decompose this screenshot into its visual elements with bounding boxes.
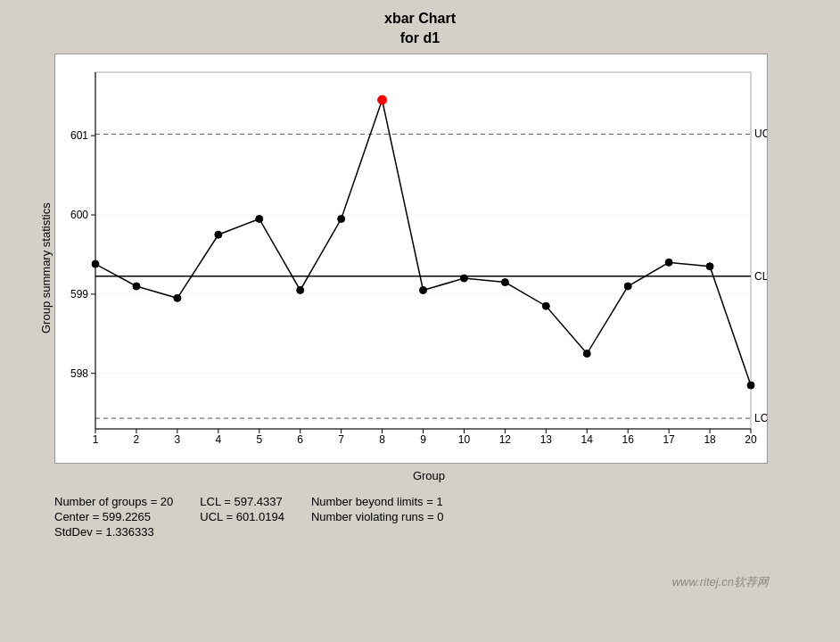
svg-text:9: 9 [420, 433, 426, 446]
stat-stddev: StdDev = 1.336333 [54, 525, 173, 539]
svg-text:16: 16 [622, 433, 635, 446]
svg-text:10: 10 [458, 433, 471, 446]
svg-text:2: 2 [134, 433, 140, 446]
main-chart-svg: UCLLCLCL59859960060112345678910121314161… [54, 54, 768, 464]
chart-container: xbar Chart for d1 Group summary statisti… [0, 0, 840, 642]
svg-text:598: 598 [70, 367, 88, 380]
svg-point-63 [460, 275, 467, 282]
stat-lcl: LCL = 597.4337 [200, 495, 284, 508]
svg-text:18: 18 [704, 433, 716, 446]
svg-point-70 [747, 382, 754, 389]
svg-text:601: 601 [70, 129, 88, 142]
stats-col-1: Number of groups = 20 Center = 599.2265 … [54, 495, 173, 539]
svg-point-62 [420, 286, 427, 293]
svg-text:14: 14 [581, 433, 594, 446]
y-axis-label: Group summary statistics [37, 54, 54, 482]
svg-point-58 [256, 215, 263, 222]
stat-beyond: Number beyond limits = 1 [311, 495, 444, 508]
svg-point-61 [378, 95, 387, 104]
stat-center: Center = 599.2265 [54, 510, 173, 523]
svg-text:8: 8 [379, 433, 385, 446]
svg-point-67 [624, 283, 631, 290]
svg-point-57 [215, 231, 222, 238]
svg-text:LCL: LCL [754, 412, 768, 424]
svg-point-65 [542, 302, 549, 309]
svg-text:13: 13 [540, 433, 553, 446]
svg-text:6: 6 [297, 433, 303, 446]
svg-point-66 [583, 350, 590, 357]
chart-area: Group summary statistics UCLLCLCL5985996… [37, 54, 803, 482]
svg-rect-1 [95, 72, 751, 429]
svg-point-56 [174, 294, 181, 301]
svg-point-55 [133, 283, 140, 290]
chart-inner: UCLLCLCL59859960060112345678910121314161… [54, 54, 803, 482]
svg-text:7: 7 [338, 433, 344, 446]
svg-point-59 [297, 286, 304, 293]
svg-text:12: 12 [499, 433, 512, 446]
svg-text:4: 4 [215, 433, 221, 446]
svg-point-60 [338, 215, 345, 222]
svg-text:17: 17 [663, 433, 675, 446]
watermark: www.ritej.cn软荐网 [672, 574, 769, 590]
x-axis-label: Group [72, 469, 786, 482]
svg-text:599: 599 [70, 288, 88, 300]
svg-text:20: 20 [745, 433, 757, 446]
svg-text:5: 5 [256, 433, 262, 446]
svg-point-69 [706, 263, 713, 270]
chart-title: xbar Chart for d1 [384, 9, 456, 49]
stats-col-3: Number beyond limits = 1 Number violatin… [311, 495, 444, 539]
svg-text:600: 600 [70, 209, 88, 221]
svg-text:UCL: UCL [754, 128, 768, 140]
svg-text:1: 1 [93, 433, 99, 446]
stat-runs: Number violating runs = 0 [311, 510, 444, 523]
stat-ucl: UCL = 601.0194 [200, 510, 284, 523]
svg-point-68 [665, 259, 672, 266]
svg-point-64 [501, 278, 508, 285]
stats-col-2: LCL = 597.4337 UCL = 601.0194 [200, 495, 284, 539]
stat-groups: Number of groups = 20 [54, 495, 173, 508]
chart-svg-wrapper: UCLLCLCL59859960060112345678910121314161… [54, 54, 768, 464]
svg-text:CL: CL [754, 270, 768, 283]
svg-text:3: 3 [175, 433, 181, 446]
stats-section: Number of groups = 20 Center = 599.2265 … [37, 495, 803, 539]
